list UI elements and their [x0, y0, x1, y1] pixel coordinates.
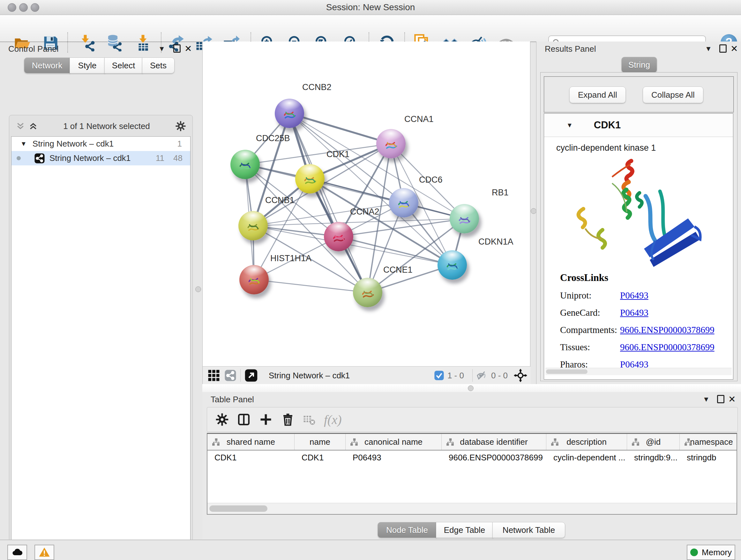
table-cell[interactable]: P06493 [346, 453, 442, 462]
crosslink-value-link[interactable]: P06493 [620, 290, 649, 301]
crosshair-move-icon[interactable] [514, 368, 528, 382]
delete-trash-icon[interactable] [281, 413, 294, 426]
network-node-HIST1H1A[interactable] [239, 265, 269, 294]
scrollbar-thumb[interactable] [546, 369, 588, 374]
network-edge[interactable] [254, 280, 367, 293]
table-cell[interactable]: cyclin-dependent ... [546, 453, 627, 462]
right-splitter-handle[interactable] [531, 208, 536, 214]
crosslink-value-link[interactable]: 9606.ENSP00000378699 [620, 342, 715, 353]
column-type-icon [631, 438, 640, 446]
network-edge[interactable] [253, 219, 464, 226]
details-scrollbar[interactable] [545, 368, 732, 375]
add-column-icon[interactable] [259, 413, 273, 427]
network-badge-gray-icon[interactable] [224, 369, 237, 381]
network-badge-icon [34, 153, 45, 164]
crosslink-row: Tissues:9606.ENSP00000378699 [560, 342, 726, 353]
tab-network[interactable]: Network [24, 57, 70, 73]
panel-close-icon[interactable]: ✕ [728, 395, 736, 404]
warning-triangle-icon [39, 547, 50, 558]
table-cell[interactable]: CDK1 [294, 453, 346, 462]
protein-structure-image [562, 154, 713, 276]
function-builder-icon: f(x) [324, 412, 342, 427]
panel-close-icon[interactable]: ✕ [185, 44, 192, 53]
tab-node-table[interactable]: Node Table [378, 522, 436, 538]
horizontal-splitter[interactable] [202, 384, 741, 392]
column-header-shared-name[interactable]: shared name [207, 434, 294, 450]
cloud-status-button[interactable] [7, 545, 27, 560]
main-toolbar: ? [0, 15, 741, 42]
protein-ribbon-thumbnail [327, 226, 351, 247]
crosslink-value-link[interactable]: P06493 [620, 307, 649, 318]
node-label-CCNB2: CCNB2 [302, 82, 332, 92]
network-canvas[interactable]: CCNB2CCNA1CDC25BCDK1CDC6RB1CCNB1CCNA2CDK… [203, 42, 531, 366]
string-results-content: Expand All Collapse All ▼ CDK1 cyclin-de… [540, 72, 738, 381]
network-row-selected[interactable]: String Network – cdk1 11 48 [11, 151, 190, 165]
network-node-CCNB1[interactable] [239, 211, 268, 240]
gear-icon[interactable] [215, 413, 229, 426]
column-header-canonical-name[interactable]: canonical name [346, 434, 442, 450]
network-node-CDKN1A[interactable] [437, 250, 467, 280]
table-hscrollbar[interactable] [207, 503, 737, 514]
tab-select[interactable]: Select [105, 57, 143, 73]
table-cell[interactable]: stringdb [680, 453, 737, 462]
column-header-label: shared name [226, 437, 275, 447]
column-header--id[interactable]: @id [627, 434, 680, 450]
panel-float-icon[interactable] [717, 395, 724, 403]
crosslink-value-link[interactable]: 9606.ENSP00000378699 [620, 325, 715, 335]
node-description: cyclin-dependent kinase 1 [556, 143, 656, 153]
network-node-CCNA2[interactable] [324, 222, 353, 251]
collapse-triangle-icon[interactable]: ▼ [566, 122, 573, 129]
tab-network-table[interactable]: Network Table [492, 522, 565, 538]
network-view-title: String Network – cdk1 [269, 371, 350, 381]
memory-button[interactable]: Memory [687, 545, 735, 560]
network-edge[interactable] [289, 113, 367, 293]
network-node-CDC25B[interactable] [230, 150, 260, 179]
warnings-button[interactable] [35, 545, 54, 560]
panel-collapse-icon[interactable]: ▼ [705, 45, 712, 52]
open-external-icon[interactable] [245, 369, 258, 382]
node-label-CDK1: CDK1 [327, 149, 349, 159]
network-node-CDC6[interactable] [389, 188, 418, 217]
gear-icon[interactable] [175, 121, 186, 132]
left-splitter-handle[interactable] [195, 287, 201, 292]
network-node-RB1[interactable] [450, 204, 479, 233]
network-view-toolbar: String Network – cdk1 1 - 0 0 - 0 [203, 366, 531, 384]
collapse-all-icon[interactable] [16, 121, 25, 131]
network-collection-row[interactable]: ▼ String Network – cdk1 1 [11, 137, 190, 151]
table-cell[interactable]: stringdb:9... [627, 453, 680, 462]
table-row[interactable]: CDK1CDK1P064939606.ENSP00000378699cyclin… [207, 450, 737, 464]
column-header-name[interactable]: name [294, 434, 346, 450]
netbar-separator [472, 369, 473, 382]
grid-view-icon[interactable] [208, 369, 220, 381]
selected-checkbox-icon[interactable] [434, 370, 444, 381]
column-header-namespace[interactable]: namespace [680, 434, 737, 450]
network-edge[interactable] [289, 113, 391, 144]
network-node-CCNB2[interactable] [275, 99, 304, 128]
expand-all-button[interactable]: Expand All [569, 86, 626, 103]
table-cell[interactable]: 9606.ENSP00000378699 [442, 453, 546, 462]
splitter-handle[interactable] [468, 385, 474, 391]
network-node-CDK1[interactable] [295, 164, 325, 193]
control-panel-title: Control Panel [8, 44, 59, 54]
tab-sets[interactable]: Sets [142, 57, 175, 73]
network-node-CCNE1[interactable] [353, 278, 382, 307]
table-cell[interactable]: CDK1 [207, 453, 294, 462]
network-node-CCNA1[interactable] [376, 129, 406, 159]
columns-icon[interactable] [237, 413, 251, 426]
collapse-all-button[interactable]: Collapse All [643, 86, 703, 103]
window-title: Session: New Session [0, 0, 741, 15]
expand-all-icon[interactable] [28, 121, 38, 131]
node-details-header[interactable]: ▼ CDK1 [544, 114, 733, 137]
panel-float-icon[interactable] [173, 44, 181, 53]
panel-close-icon[interactable]: ✕ [731, 44, 738, 53]
scrollbar-thumb[interactable] [209, 505, 267, 512]
column-header-description[interactable]: description [546, 434, 627, 450]
tab-style[interactable]: Style [70, 57, 105, 73]
panel-collapse-icon[interactable]: ▼ [703, 396, 710, 403]
panel-collapse-icon[interactable]: ▼ [158, 45, 165, 52]
panel-float-icon[interactable] [719, 44, 727, 53]
tab-edge-table[interactable]: Edge Table [436, 522, 493, 538]
tree-expander-icon[interactable]: ▼ [20, 140, 27, 147]
column-header-database-identifier[interactable]: database identifier [442, 434, 546, 450]
tab-string[interactable]: String [621, 57, 657, 73]
